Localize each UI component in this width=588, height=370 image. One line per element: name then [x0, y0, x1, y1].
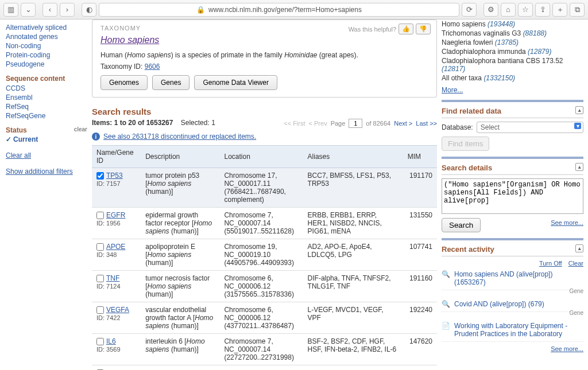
dropdown-button[interactable]: ⌄: [21, 3, 36, 17]
page-prev: < Prev: [309, 120, 327, 127]
database-label: Database:: [442, 123, 473, 131]
recent-activity-item[interactable]: 📄Working with Laboratory Equipment - Pru…: [442, 318, 583, 342]
gene-link[interactable]: VEGFA: [106, 306, 129, 314]
more-organisms-link[interactable]: More...: [442, 86, 463, 94]
genes-button[interactable]: Genes: [152, 75, 189, 90]
row-checkbox[interactable]: [96, 306, 104, 314]
recent-see-more-link[interactable]: See more...: [551, 345, 583, 352]
taxonomy-id-link[interactable]: 9606: [145, 63, 160, 71]
recent-activity-text: Covid AND (alive[prop]) (679): [454, 300, 544, 308]
gene-link[interactable]: EGFR: [106, 211, 125, 219]
filter-item[interactable]: Non-coding: [6, 41, 87, 50]
cell-location: Chromosome 6, NC_000006.12 (31575565..31…: [219, 271, 303, 302]
taxon-item[interactable]: Naegleria fowleri (13785): [442, 38, 583, 47]
gene-id: ID: 7157: [96, 180, 121, 187]
show-additional-filters-link[interactable]: Show additional filters: [6, 168, 73, 176]
gene-link[interactable]: APOE: [106, 243, 125, 251]
shield-icon[interactable]: ◐: [82, 3, 96, 17]
cell-description: transforming growth factor beta 1 [Homo: [141, 365, 219, 371]
genome-data-viewer-button[interactable]: Genome Data Viewer: [194, 75, 277, 90]
forward-button[interactable]: ›: [60, 3, 75, 17]
share-icon[interactable]: ⇪: [535, 3, 550, 17]
lock-icon: 🔒: [196, 6, 205, 14]
row-checkbox[interactable]: [96, 212, 104, 219]
clear-link[interactable]: Clear: [568, 260, 583, 267]
see-more-link[interactable]: See more...: [551, 219, 583, 226]
taxon-item[interactable]: All other taxa (1332150): [442, 73, 583, 83]
search-button[interactable]: Search: [442, 218, 481, 232]
url-text: www.ncbi.nlm.nih.gov/gene/?term=Homo+sap…: [208, 6, 362, 14]
thumbs-down-button[interactable]: 👎: [416, 24, 431, 34]
taxon-item[interactable]: Cladophialophora bantiana CBS 173.52 (12…: [442, 56, 583, 73]
page-input[interactable]: [349, 119, 362, 128]
sidebar-toggle-button[interactable]: ▥: [3, 3, 18, 17]
filter-item[interactable]: Pseudogene: [6, 60, 87, 69]
row-checkbox[interactable]: [96, 172, 104, 180]
page-next[interactable]: Next >: [394, 120, 412, 127]
th-aliases[interactable]: Aliases: [303, 146, 403, 168]
page-last[interactable]: Last >>: [416, 120, 437, 127]
filter-current[interactable]: ✓Current: [6, 135, 87, 143]
database-select[interactable]: Select: [477, 122, 583, 133]
th-description[interactable]: Description: [141, 146, 219, 168]
gene-link[interactable]: TNF: [106, 274, 119, 282]
document-icon: 📄: [442, 322, 450, 330]
find-items-button[interactable]: Find items: [442, 137, 489, 151]
search-details-textarea[interactable]: [442, 178, 583, 214]
filters-sidebar: Alternatively splicedAnnotated genesNon-…: [0, 20, 92, 370]
pagination: << First < Prev Page of 82664 Next > Las…: [284, 119, 437, 128]
genomes-button[interactable]: Genomes: [100, 75, 148, 90]
tabs-button[interactable]: ⧉: [570, 3, 585, 17]
taxonomy-id: Taxonomy ID: 9606: [100, 63, 428, 71]
back-button[interactable]: ‹: [42, 3, 57, 17]
filter-item[interactable]: RefSeq: [6, 102, 87, 111]
taxonomy-name-link[interactable]: Homo sapiens: [100, 35, 159, 45]
url-field[interactable]: 🔒 www.ncbi.nlm.nih.gov/gene/?term=Homo+s…: [99, 3, 459, 17]
settings-icon[interactable]: ⚙: [483, 3, 498, 17]
clear-status-link[interactable]: clear: [74, 126, 87, 133]
row-checkbox[interactable]: [96, 243, 104, 251]
cell-aliases: DIF-alpha, TNFA, TNFSF2, TNLG1F, TNF: [303, 271, 403, 302]
filter-item[interactable]: RefSeqGene: [6, 111, 87, 120]
table-row: TNFID: 7124tumor necrosis factor [Homo s…: [92, 271, 437, 302]
cell-mim: 131550: [403, 208, 437, 239]
taxon-item[interactable]: Homo sapiens (193448): [442, 20, 583, 29]
filter-item[interactable]: Alternatively spliced: [6, 23, 87, 32]
taxon-item[interactable]: Trichomonas vaginalis G3 (88188): [442, 29, 583, 38]
thumbs-up-button[interactable]: 👍: [399, 24, 413, 34]
row-checkbox[interactable]: [96, 338, 104, 345]
home-icon[interactable]: ⌂: [501, 3, 516, 17]
see-also-row: i See also 2631718 discontinued or repla…: [92, 133, 437, 141]
cell-location: Chromosome 17, NC_000017.11 (7668421..76…: [219, 168, 303, 208]
turn-off-link[interactable]: Turn Off: [539, 260, 562, 267]
th-location[interactable]: Location: [219, 146, 303, 168]
table-row: TGFB1ID: 7040transforming growth factor …: [92, 365, 437, 371]
row-checkbox[interactable]: [96, 275, 104, 282]
th-mim[interactable]: MIM: [403, 146, 437, 168]
search-details-header: Search details ▴: [442, 161, 583, 175]
new-tab-button[interactable]: ＋: [552, 3, 567, 17]
gene-link[interactable]: IL6: [106, 337, 116, 345]
see-also-link[interactable]: See also 2631718 discontinued or replace…: [103, 133, 256, 141]
cell-location: Chromosome 6, NC_000006.12 (43770211..43…: [219, 302, 303, 334]
filter-item[interactable]: Protein-coding: [6, 50, 87, 60]
filter-item[interactable]: Annotated genes: [6, 32, 87, 41]
taxonomy-description: Human (Homo sapiens) is a species of pri…: [100, 51, 428, 59]
reload-button[interactable]: ⟳: [462, 3, 477, 17]
filter-item[interactable]: Ensembl: [6, 93, 87, 102]
clear-all-link[interactable]: Clear all: [6, 151, 31, 159]
filter-header-sequence: Sequence content: [6, 75, 87, 83]
th-name[interactable]: Name/Gene ID: [92, 146, 141, 168]
recent-activity-item[interactable]: 🔍Homo sapiens AND (alive[prop]) (1653267…: [442, 267, 583, 290]
gene-link[interactable]: TP53: [106, 172, 123, 180]
collapse-icon[interactable]: ▴: [575, 244, 583, 252]
taxon-item[interactable]: Cladophialophora immunda (12879): [442, 47, 583, 56]
filter-item[interactable]: CCDS: [6, 84, 87, 93]
collapse-icon[interactable]: ▴: [575, 106, 583, 114]
bookmark-icon[interactable]: ☆: [518, 3, 533, 17]
collapse-icon[interactable]: ▴: [575, 163, 583, 171]
gene-id: ID: 1956: [96, 220, 121, 227]
recent-activity-source: Gene: [442, 310, 583, 316]
cell-aliases: ERBB, ERBB1, ERRP, HER1, NISBD2, NNCIS, …: [303, 208, 403, 239]
search-icon: 🔍: [442, 300, 450, 308]
